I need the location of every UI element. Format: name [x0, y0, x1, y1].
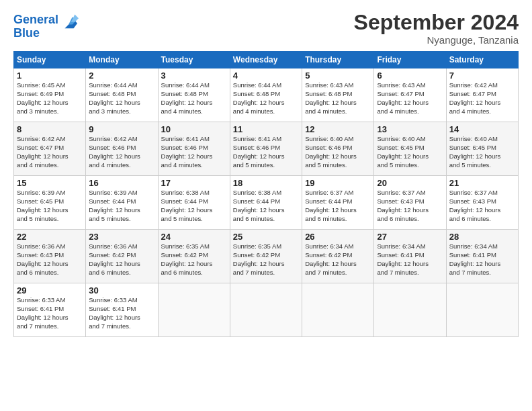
day-number: 12	[305, 124, 371, 134]
calendar-cell	[374, 283, 446, 337]
day-number: 6	[377, 71, 443, 81]
day-info: Sunrise: 6:35 AM Sunset: 6:42 PM Dayligh…	[233, 242, 299, 277]
day-number: 9	[89, 124, 154, 134]
day-info: Sunrise: 6:37 AM Sunset: 6:44 PM Dayligh…	[305, 189, 371, 223]
calendar-cell: 27Sunrise: 6:34 AM Sunset: 6:41 PM Dayli…	[374, 230, 446, 283]
calendar-week-4: 22Sunrise: 6:36 AM Sunset: 6:43 PM Dayli…	[14, 230, 519, 283]
weekday-header-tuesday: Tuesday	[158, 52, 230, 68]
day-number: 27	[377, 232, 443, 242]
calendar-cell: 4Sunrise: 6:44 AM Sunset: 6:48 PM Daylig…	[230, 68, 302, 122]
calendar-cell: 22Sunrise: 6:36 AM Sunset: 6:43 PM Dayli…	[14, 230, 86, 283]
day-info: Sunrise: 6:37 AM Sunset: 6:43 PM Dayligh…	[449, 189, 515, 223]
weekday-header-monday: Monday	[86, 52, 158, 68]
day-info: Sunrise: 6:40 AM Sunset: 6:45 PM Dayligh…	[377, 135, 443, 169]
day-info: Sunrise: 6:45 AM Sunset: 6:49 PM Dayligh…	[17, 81, 83, 116]
day-info: Sunrise: 6:39 AM Sunset: 6:44 PM Dayligh…	[89, 189, 154, 223]
day-number: 15	[17, 178, 83, 188]
day-number: 4	[233, 71, 299, 81]
day-info: Sunrise: 6:34 AM Sunset: 6:42 PM Dayligh…	[305, 242, 371, 277]
day-info: Sunrise: 6:39 AM Sunset: 6:45 PM Dayligh…	[17, 189, 83, 223]
weekday-header-row: SundayMondayTuesdayWednesdayThursdayFrid…	[14, 52, 519, 68]
day-info: Sunrise: 6:36 AM Sunset: 6:42 PM Dayligh…	[89, 242, 154, 277]
day-info: Sunrise: 6:37 AM Sunset: 6:43 PM Dayligh…	[377, 189, 443, 223]
day-number: 8	[17, 124, 83, 134]
calendar-week-2: 8Sunrise: 6:42 AM Sunset: 6:47 PM Daylig…	[14, 122, 519, 176]
day-number: 10	[161, 124, 227, 134]
day-number: 19	[305, 178, 371, 188]
day-info: Sunrise: 6:44 AM Sunset: 6:48 PM Dayligh…	[161, 81, 227, 116]
day-number: 22	[17, 232, 83, 242]
day-number: 24	[161, 232, 227, 242]
month-title: September 2024	[354, 11, 519, 34]
calendar-cell: 30Sunrise: 6:33 AM Sunset: 6:41 PM Dayli…	[86, 283, 158, 337]
day-info: Sunrise: 6:40 AM Sunset: 6:45 PM Dayligh…	[449, 135, 515, 169]
day-info: Sunrise: 6:44 AM Sunset: 6:48 PM Dayligh…	[89, 81, 154, 116]
calendar-cell	[230, 283, 302, 337]
header: General Blue September 2024 Nyanguge, Ta…	[13, 11, 519, 46]
day-number: 25	[233, 232, 299, 242]
day-info: Sunrise: 6:35 AM Sunset: 6:42 PM Dayligh…	[161, 242, 227, 277]
day-number: 28	[449, 232, 515, 242]
calendar-cell: 6Sunrise: 6:43 AM Sunset: 6:47 PM Daylig…	[374, 68, 446, 122]
day-number: 5	[305, 71, 371, 81]
calendar-cell	[302, 283, 374, 337]
day-info: Sunrise: 6:42 AM Sunset: 6:46 PM Dayligh…	[89, 135, 154, 169]
title-block: September 2024 Nyanguge, Tanzania	[354, 11, 519, 46]
calendar-cell: 8Sunrise: 6:42 AM Sunset: 6:47 PM Daylig…	[14, 122, 86, 176]
calendar-cell	[446, 283, 518, 337]
day-info: Sunrise: 6:38 AM Sunset: 6:44 PM Dayligh…	[161, 189, 227, 223]
calendar-cell: 18Sunrise: 6:38 AM Sunset: 6:44 PM Dayli…	[230, 176, 302, 230]
day-number: 13	[377, 124, 443, 134]
weekday-header-friday: Friday	[374, 52, 446, 68]
day-number: 23	[89, 232, 154, 242]
calendar-cell: 24Sunrise: 6:35 AM Sunset: 6:42 PM Dayli…	[158, 230, 230, 283]
day-number: 26	[305, 232, 371, 242]
day-number: 20	[377, 178, 443, 188]
calendar-cell: 29Sunrise: 6:33 AM Sunset: 6:41 PM Dayli…	[14, 283, 86, 337]
calendar-cell: 16Sunrise: 6:39 AM Sunset: 6:44 PM Dayli…	[86, 176, 158, 230]
calendar-cell: 12Sunrise: 6:40 AM Sunset: 6:46 PM Dayli…	[302, 122, 374, 176]
day-number: 2	[89, 71, 154, 81]
calendar-cell: 23Sunrise: 6:36 AM Sunset: 6:42 PM Dayli…	[86, 230, 158, 283]
calendar-cell: 20Sunrise: 6:37 AM Sunset: 6:43 PM Dayli…	[374, 176, 446, 230]
day-number: 18	[233, 178, 299, 188]
calendar-cell: 7Sunrise: 6:42 AM Sunset: 6:47 PM Daylig…	[446, 68, 518, 122]
day-number: 21	[449, 178, 515, 188]
day-info: Sunrise: 6:33 AM Sunset: 6:41 PM Dayligh…	[89, 296, 154, 330]
calendar-cell: 26Sunrise: 6:34 AM Sunset: 6:42 PM Dayli…	[302, 230, 374, 283]
calendar-cell: 5Sunrise: 6:43 AM Sunset: 6:48 PM Daylig…	[302, 68, 374, 122]
calendar-cell: 10Sunrise: 6:41 AM Sunset: 6:46 PM Dayli…	[158, 122, 230, 176]
day-number: 29	[17, 285, 83, 295]
calendar-week-3: 15Sunrise: 6:39 AM Sunset: 6:45 PM Dayli…	[14, 176, 519, 230]
calendar-cell: 11Sunrise: 6:41 AM Sunset: 6:46 PM Dayli…	[230, 122, 302, 176]
logo-text: General	[13, 13, 58, 27]
day-info: Sunrise: 6:44 AM Sunset: 6:48 PM Dayligh…	[233, 81, 299, 116]
page: General Blue September 2024 Nyanguge, Ta…	[0, 0, 532, 411]
calendar-table: SundayMondayTuesdayWednesdayThursdayFrid…	[13, 51, 519, 337]
day-info: Sunrise: 6:34 AM Sunset: 6:41 PM Dayligh…	[449, 242, 515, 277]
day-number: 16	[89, 178, 154, 188]
calendar-cell: 1Sunrise: 6:45 AM Sunset: 6:49 PM Daylig…	[14, 68, 86, 122]
logo-icon	[60, 11, 79, 30]
calendar-cell: 2Sunrise: 6:44 AM Sunset: 6:48 PM Daylig…	[86, 68, 158, 122]
calendar-cell: 13Sunrise: 6:40 AM Sunset: 6:45 PM Dayli…	[374, 122, 446, 176]
day-info: Sunrise: 6:43 AM Sunset: 6:47 PM Dayligh…	[377, 81, 443, 116]
day-number: 3	[161, 71, 227, 81]
calendar-cell: 15Sunrise: 6:39 AM Sunset: 6:45 PM Dayli…	[14, 176, 86, 230]
calendar-cell: 19Sunrise: 6:37 AM Sunset: 6:44 PM Dayli…	[302, 176, 374, 230]
calendar-cell: 25Sunrise: 6:35 AM Sunset: 6:42 PM Dayli…	[230, 230, 302, 283]
logo: General Blue	[13, 11, 79, 40]
day-info: Sunrise: 6:43 AM Sunset: 6:48 PM Dayligh…	[305, 81, 371, 116]
day-info: Sunrise: 6:34 AM Sunset: 6:41 PM Dayligh…	[377, 242, 443, 277]
day-number: 14	[449, 124, 515, 134]
day-info: Sunrise: 6:41 AM Sunset: 6:46 PM Dayligh…	[161, 135, 227, 169]
day-info: Sunrise: 6:40 AM Sunset: 6:46 PM Dayligh…	[305, 135, 371, 169]
day-number: 11	[233, 124, 299, 134]
calendar-cell: 3Sunrise: 6:44 AM Sunset: 6:48 PM Daylig…	[158, 68, 230, 122]
weekday-header-wednesday: Wednesday	[230, 52, 302, 68]
weekday-header-thursday: Thursday	[302, 52, 374, 68]
day-info: Sunrise: 6:42 AM Sunset: 6:47 PM Dayligh…	[449, 81, 515, 116]
day-info: Sunrise: 6:33 AM Sunset: 6:41 PM Dayligh…	[17, 296, 83, 330]
day-info: Sunrise: 6:42 AM Sunset: 6:47 PM Dayligh…	[17, 135, 83, 169]
weekday-header-sunday: Sunday	[14, 52, 86, 68]
